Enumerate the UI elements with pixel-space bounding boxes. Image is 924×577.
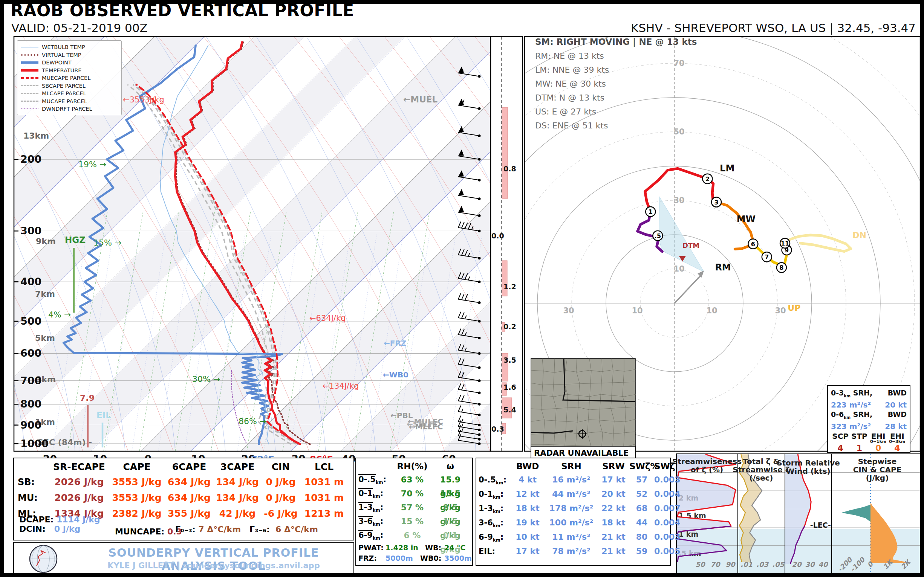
rh-table-row: 0-1km:70 %15.5 g/kg — [359, 487, 470, 501]
shear-table-row: 1-3km:18 kt178 m²/s²22 kt680.007 — [478, 501, 668, 516]
shear-table-row: EIL:17 kt78 m²/s²21 kt590.005 — [478, 544, 668, 559]
hodo-height-marker-label: 2 — [706, 176, 709, 183]
srh-bwd-label: BWD — [888, 410, 907, 422]
shear-value: 78 m²/s² — [545, 544, 598, 559]
shear-column-header: SWζ — [654, 460, 672, 473]
spacer — [359, 460, 393, 473]
skewt-annotation: 19% → — [78, 160, 106, 169]
hodo-ring-label: 30 — [563, 306, 574, 315]
skewt-annotation: ←MLLFC — [409, 422, 443, 431]
hodo-ring-label: 30 — [775, 306, 786, 315]
thermo-grid: SR-ECAPECAPE6CAPE3CAPECINLCLSB:2026 J/kg… — [14, 458, 354, 522]
hodo-height-marker-label: 11 — [781, 240, 789, 247]
srh-value: 323 m²/s² — [831, 422, 871, 431]
thermo-column-header: 3CAPE — [214, 460, 261, 474]
mini-panel-tick: .03 — [756, 561, 769, 568]
hodo-label-dtm: DTM — [682, 242, 699, 249]
thermo-value: 3553 J/kg — [109, 490, 165, 506]
legend-swatch — [21, 108, 39, 109]
isotherm-line — [0, 37, 4, 451]
hodo-label-lm: LM — [720, 163, 735, 174]
thermo-value: 1031 m — [300, 474, 348, 490]
hodo-height-marker-label: 7 — [765, 253, 769, 261]
shear-value: 17 kt — [510, 544, 545, 559]
thermo-value: 634 J/kg — [165, 474, 214, 490]
hodo-height-marker-label: 3 — [714, 199, 718, 206]
pwat-row: PWAT:1.428 inWB:24 °C — [359, 542, 470, 553]
skewt-annotation: EIL — [97, 410, 111, 420]
legend-item: MUCAPE PARCEL — [21, 98, 118, 105]
hodo-label-dn: DN — [852, 230, 866, 240]
thermo-column-header: CIN — [261, 460, 300, 474]
hodo-ring-label: 70 — [674, 59, 684, 68]
mini-panel-title: CIN & CAPE — [853, 465, 902, 474]
sounderpy-logo — [14, 543, 74, 575]
omega-value-label: 0.2 — [504, 322, 516, 331]
srh-bwd-summary-box: 0-3km SRH,BWD223 m²/s²20 kt0-6km SRH,BWD… — [827, 385, 910, 453]
legend-item: WETBULB TEMP — [21, 43, 118, 51]
shear-table-header: BWDSRHSRWSWζ%SWζ — [478, 460, 668, 473]
spacer — [478, 460, 510, 473]
index-value: 0 — [869, 444, 888, 453]
thermo-value: 2382 J/kg — [109, 506, 165, 522]
thermo-value: 2026 J/kg — [49, 474, 109, 490]
legend-item-label: MUCAPE PARCEL — [42, 98, 87, 104]
index-column: SCP4 — [831, 433, 850, 453]
sounderpy-figure: 13km9km7km5km3km1km-SFC (84m) -HGZ19% →1… — [0, 0, 924, 577]
legend-item: DEWPOINT — [21, 59, 118, 67]
legend-item: MLCAPE PARCEL — [21, 90, 118, 98]
frz-row: FRZ:5000mWB0:3500m — [359, 553, 470, 563]
omega-value-label: 0.8 — [504, 164, 516, 173]
rh-table-row: 0-.5km:63 %15.9 g/kg — [359, 473, 470, 487]
thermo-column-header: LCL — [300, 460, 348, 474]
omega-value-label: 0.0 — [491, 232, 504, 240]
pressure-tick-label: 200 — [20, 153, 42, 165]
legend-item: DWNDRFT PARCEL — [21, 105, 118, 113]
footer-credit: KYLE J GILLETT | sounderpysoundings.anvi… — [74, 561, 353, 570]
pressure-tick-label: 300 — [20, 225, 42, 237]
omega-bar — [502, 107, 507, 198]
thermo-value: 634 J/kg — [165, 490, 214, 506]
mini-panel-tick: .01 — [740, 561, 753, 568]
legend-item-label: MLCAPE PARCEL — [42, 90, 86, 97]
legend-item-label: VIRTUAL TEMP — [42, 52, 81, 58]
legend-item-label: SBCAPE PARCEL — [42, 83, 86, 89]
mini-panel-title: Storm Relative — [777, 458, 840, 467]
skewt-annotation: 4% → — [48, 310, 71, 319]
srh-value-row: 223 m²/s²20 kt — [831, 400, 907, 410]
thermo-value: 42 J/kg — [214, 506, 261, 522]
skewt-annotation: ←3553J/kg — [123, 95, 164, 104]
legend-item: SBCAPE PARCEL — [21, 82, 118, 90]
omega-column-header: ω — [431, 460, 469, 473]
shear-column-header: SRW — [598, 460, 629, 473]
rh-table-row: 1-3km:57 %8.5 g/kg — [359, 501, 470, 514]
shear-column-header: SRH — [545, 460, 598, 473]
skewt-annotation: 15% → — [94, 238, 121, 247]
pressure-tick-label: 700 — [20, 375, 42, 387]
mini-panel-tick: .05 — [772, 561, 785, 568]
legend-item-label: TEMPERATURE — [42, 68, 81, 73]
shear-table-row: 0-1km:12 kt44 m²/s²20 kt520.004 — [478, 487, 668, 501]
shear-row-label: EIL: — [478, 544, 510, 559]
thermo-row-label: SB: — [18, 474, 49, 490]
mini-panel-tick: 90 — [725, 561, 736, 568]
shear-value: 59 — [629, 544, 654, 559]
mini-panel-title: (/sec) — [750, 474, 773, 482]
srh-bwd-label: BWD — [888, 388, 907, 400]
altitude-label: 9km — [36, 237, 56, 246]
thermodynamics-table: SR-ECAPECAPE6CAPE3CAPECINLCLSB:2026 J/kg… — [13, 458, 354, 540]
composite-indices-row: SCP4STP1EHI0−1km0EHI0−3km4 — [831, 433, 907, 453]
omega-value-label: 0.3 — [491, 425, 504, 433]
hodo-height-marker-label: 6 — [751, 241, 755, 248]
shear-column-header: BWD — [510, 460, 545, 473]
thermo-value: 134 J/kg — [214, 490, 261, 506]
mini-panel-tick: 50 — [695, 561, 706, 568]
skewt-band — [0, 37, 4, 451]
mini-panel-title: of ζ (%) — [691, 465, 724, 474]
index-column: STP1 — [850, 433, 869, 453]
hodo-ring-label: 50 — [674, 127, 684, 136]
pressure-tick-label: 500 — [20, 315, 42, 327]
shear-table-row: 0-.5km:4 kt16 m²/s²17 kt570.003 — [478, 473, 668, 487]
valid-timestamp: VALID: 05-21-2019 00Z — [11, 21, 148, 35]
legend-item-label: DEWPOINT — [42, 60, 72, 66]
